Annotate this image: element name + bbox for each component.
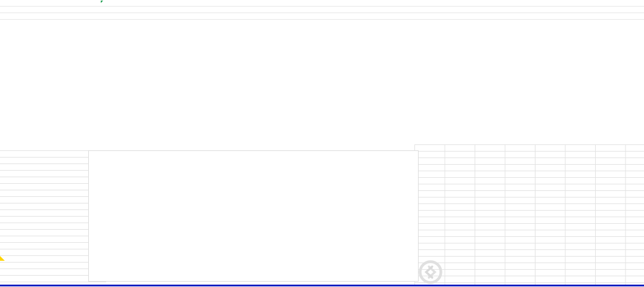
brand-watermark xyxy=(417,259,448,285)
green-cell-marker xyxy=(101,1,103,3)
trend-line-chart[interactable] xyxy=(88,150,419,282)
window-bottom-border xyxy=(0,285,644,286)
top-header-rows xyxy=(0,0,644,26)
table-row-17-overlay xyxy=(0,138,644,144)
stock-analysis-spreadsheet xyxy=(0,0,644,287)
xueqiu-logo-icon xyxy=(417,259,444,285)
yellow-corner-marker xyxy=(0,256,5,261)
empty-grid-right xyxy=(414,144,644,285)
